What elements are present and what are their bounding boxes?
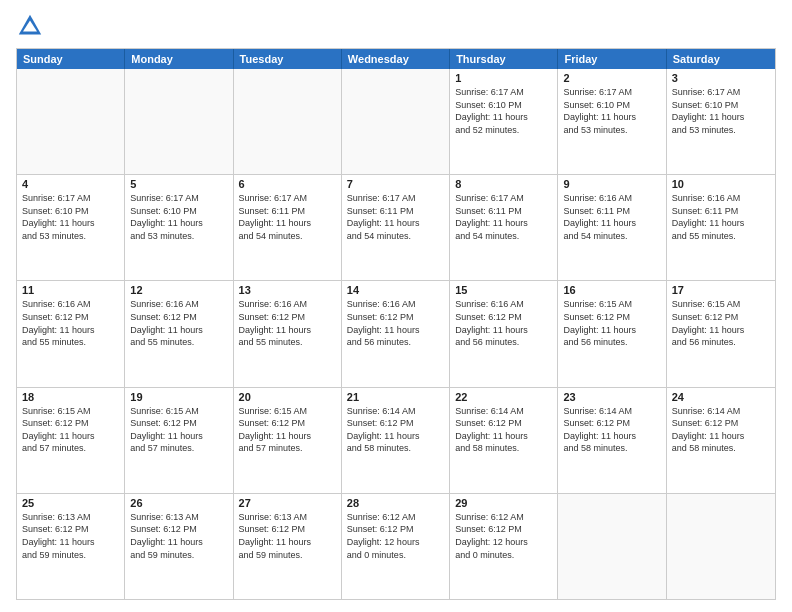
calendar-cell: 21Sunrise: 6:14 AM Sunset: 6:12 PM Dayli…	[342, 388, 450, 493]
calendar-cell: 16Sunrise: 6:15 AM Sunset: 6:12 PM Dayli…	[558, 281, 666, 386]
day-number: 20	[239, 391, 336, 403]
day-info: Sunrise: 6:17 AM Sunset: 6:10 PM Dayligh…	[672, 86, 770, 136]
day-number: 10	[672, 178, 770, 190]
calendar-cell: 27Sunrise: 6:13 AM Sunset: 6:12 PM Dayli…	[234, 494, 342, 599]
day-number: 12	[130, 284, 227, 296]
day-number: 25	[22, 497, 119, 509]
calendar-cell: 17Sunrise: 6:15 AM Sunset: 6:12 PM Dayli…	[667, 281, 775, 386]
day-info: Sunrise: 6:16 AM Sunset: 6:12 PM Dayligh…	[455, 298, 552, 348]
day-info: Sunrise: 6:17 AM Sunset: 6:11 PM Dayligh…	[239, 192, 336, 242]
calendar-cell	[234, 69, 342, 174]
day-info: Sunrise: 6:17 AM Sunset: 6:10 PM Dayligh…	[455, 86, 552, 136]
calendar-row: 1Sunrise: 6:17 AM Sunset: 6:10 PM Daylig…	[17, 69, 775, 174]
day-number: 24	[672, 391, 770, 403]
calendar-cell: 6Sunrise: 6:17 AM Sunset: 6:11 PM Daylig…	[234, 175, 342, 280]
calendar-cell: 24Sunrise: 6:14 AM Sunset: 6:12 PM Dayli…	[667, 388, 775, 493]
day-info: Sunrise: 6:17 AM Sunset: 6:10 PM Dayligh…	[22, 192, 119, 242]
calendar-cell	[17, 69, 125, 174]
day-info: Sunrise: 6:14 AM Sunset: 6:12 PM Dayligh…	[672, 405, 770, 455]
calendar-cell: 3Sunrise: 6:17 AM Sunset: 6:10 PM Daylig…	[667, 69, 775, 174]
weekday-header: Sunday	[17, 49, 125, 69]
weekday-header: Friday	[558, 49, 666, 69]
day-number: 27	[239, 497, 336, 509]
day-number: 5	[130, 178, 227, 190]
day-info: Sunrise: 6:13 AM Sunset: 6:12 PM Dayligh…	[239, 511, 336, 561]
day-number: 2	[563, 72, 660, 84]
day-info: Sunrise: 6:16 AM Sunset: 6:11 PM Dayligh…	[672, 192, 770, 242]
weekday-header: Saturday	[667, 49, 775, 69]
calendar-cell: 18Sunrise: 6:15 AM Sunset: 6:12 PM Dayli…	[17, 388, 125, 493]
calendar-cell: 7Sunrise: 6:17 AM Sunset: 6:11 PM Daylig…	[342, 175, 450, 280]
calendar-row: 25Sunrise: 6:13 AM Sunset: 6:12 PM Dayli…	[17, 493, 775, 599]
day-info: Sunrise: 6:15 AM Sunset: 6:12 PM Dayligh…	[672, 298, 770, 348]
day-info: Sunrise: 6:14 AM Sunset: 6:12 PM Dayligh…	[347, 405, 444, 455]
calendar-cell	[342, 69, 450, 174]
day-number: 23	[563, 391, 660, 403]
day-info: Sunrise: 6:16 AM Sunset: 6:12 PM Dayligh…	[239, 298, 336, 348]
header	[16, 12, 776, 40]
calendar-cell: 2Sunrise: 6:17 AM Sunset: 6:10 PM Daylig…	[558, 69, 666, 174]
day-number: 14	[347, 284, 444, 296]
calendar-header: SundayMondayTuesdayWednesdayThursdayFrid…	[17, 49, 775, 69]
calendar-cell: 9Sunrise: 6:16 AM Sunset: 6:11 PM Daylig…	[558, 175, 666, 280]
day-info: Sunrise: 6:14 AM Sunset: 6:12 PM Dayligh…	[455, 405, 552, 455]
weekday-header: Thursday	[450, 49, 558, 69]
day-info: Sunrise: 6:16 AM Sunset: 6:12 PM Dayligh…	[347, 298, 444, 348]
day-info: Sunrise: 6:13 AM Sunset: 6:12 PM Dayligh…	[22, 511, 119, 561]
day-info: Sunrise: 6:15 AM Sunset: 6:12 PM Dayligh…	[239, 405, 336, 455]
day-number: 8	[455, 178, 552, 190]
weekday-header: Monday	[125, 49, 233, 69]
day-number: 6	[239, 178, 336, 190]
day-number: 18	[22, 391, 119, 403]
calendar-cell: 11Sunrise: 6:16 AM Sunset: 6:12 PM Dayli…	[17, 281, 125, 386]
day-number: 13	[239, 284, 336, 296]
day-number: 22	[455, 391, 552, 403]
weekday-header: Wednesday	[342, 49, 450, 69]
day-number: 3	[672, 72, 770, 84]
day-info: Sunrise: 6:12 AM Sunset: 6:12 PM Dayligh…	[347, 511, 444, 561]
day-info: Sunrise: 6:15 AM Sunset: 6:12 PM Dayligh…	[563, 298, 660, 348]
day-info: Sunrise: 6:17 AM Sunset: 6:10 PM Dayligh…	[130, 192, 227, 242]
day-info: Sunrise: 6:12 AM Sunset: 6:12 PM Dayligh…	[455, 511, 552, 561]
day-number: 7	[347, 178, 444, 190]
day-info: Sunrise: 6:15 AM Sunset: 6:12 PM Dayligh…	[130, 405, 227, 455]
day-info: Sunrise: 6:16 AM Sunset: 6:12 PM Dayligh…	[22, 298, 119, 348]
calendar-cell: 26Sunrise: 6:13 AM Sunset: 6:12 PM Dayli…	[125, 494, 233, 599]
calendar-cell: 14Sunrise: 6:16 AM Sunset: 6:12 PM Dayli…	[342, 281, 450, 386]
calendar-row: 11Sunrise: 6:16 AM Sunset: 6:12 PM Dayli…	[17, 280, 775, 386]
generalblue-icon	[16, 12, 44, 40]
day-info: Sunrise: 6:17 AM Sunset: 6:11 PM Dayligh…	[347, 192, 444, 242]
weekday-header: Tuesday	[234, 49, 342, 69]
day-number: 29	[455, 497, 552, 509]
day-number: 26	[130, 497, 227, 509]
day-number: 11	[22, 284, 119, 296]
calendar-cell: 12Sunrise: 6:16 AM Sunset: 6:12 PM Dayli…	[125, 281, 233, 386]
calendar-cell: 25Sunrise: 6:13 AM Sunset: 6:12 PM Dayli…	[17, 494, 125, 599]
calendar-cell: 29Sunrise: 6:12 AM Sunset: 6:12 PM Dayli…	[450, 494, 558, 599]
calendar-cell: 5Sunrise: 6:17 AM Sunset: 6:10 PM Daylig…	[125, 175, 233, 280]
day-number: 28	[347, 497, 444, 509]
calendar-cell: 15Sunrise: 6:16 AM Sunset: 6:12 PM Dayli…	[450, 281, 558, 386]
day-number: 19	[130, 391, 227, 403]
day-number: 16	[563, 284, 660, 296]
calendar-row: 4Sunrise: 6:17 AM Sunset: 6:10 PM Daylig…	[17, 174, 775, 280]
day-number: 15	[455, 284, 552, 296]
calendar-cell: 20Sunrise: 6:15 AM Sunset: 6:12 PM Dayli…	[234, 388, 342, 493]
calendar-row: 18Sunrise: 6:15 AM Sunset: 6:12 PM Dayli…	[17, 387, 775, 493]
calendar-cell: 1Sunrise: 6:17 AM Sunset: 6:10 PM Daylig…	[450, 69, 558, 174]
day-number: 1	[455, 72, 552, 84]
calendar-cell: 23Sunrise: 6:14 AM Sunset: 6:12 PM Dayli…	[558, 388, 666, 493]
page: SundayMondayTuesdayWednesdayThursdayFrid…	[0, 0, 792, 612]
day-info: Sunrise: 6:14 AM Sunset: 6:12 PM Dayligh…	[563, 405, 660, 455]
calendar-cell: 22Sunrise: 6:14 AM Sunset: 6:12 PM Dayli…	[450, 388, 558, 493]
calendar-body: 1Sunrise: 6:17 AM Sunset: 6:10 PM Daylig…	[17, 69, 775, 599]
day-number: 4	[22, 178, 119, 190]
day-info: Sunrise: 6:17 AM Sunset: 6:10 PM Dayligh…	[563, 86, 660, 136]
day-info: Sunrise: 6:16 AM Sunset: 6:11 PM Dayligh…	[563, 192, 660, 242]
calendar-cell: 4Sunrise: 6:17 AM Sunset: 6:10 PM Daylig…	[17, 175, 125, 280]
day-info: Sunrise: 6:15 AM Sunset: 6:12 PM Dayligh…	[22, 405, 119, 455]
calendar-cell: 19Sunrise: 6:15 AM Sunset: 6:12 PM Dayli…	[125, 388, 233, 493]
day-number: 17	[672, 284, 770, 296]
calendar-cell: 13Sunrise: 6:16 AM Sunset: 6:12 PM Dayli…	[234, 281, 342, 386]
calendar-cell: 10Sunrise: 6:16 AM Sunset: 6:11 PM Dayli…	[667, 175, 775, 280]
